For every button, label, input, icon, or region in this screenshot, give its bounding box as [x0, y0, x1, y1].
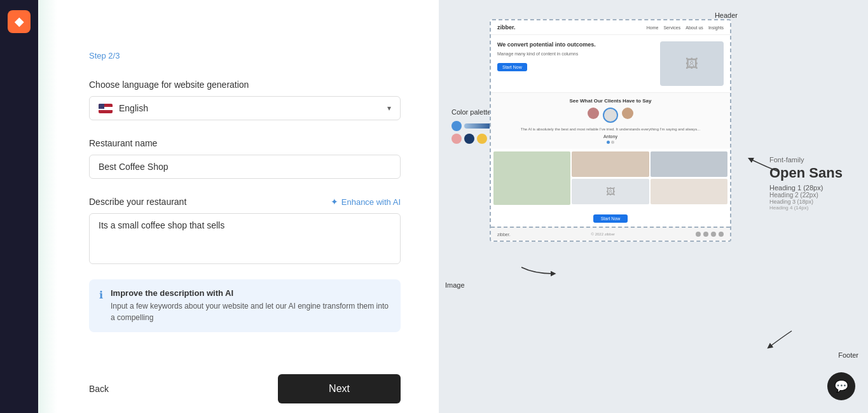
swatch-yellow: [477, 134, 487, 144]
language-select[interactable]: English ▾: [89, 96, 401, 120]
right-panel: Header Footer Image Font-family Open San…: [439, 0, 868, 413]
mockup-logo: zibber.: [497, 24, 516, 31]
mockup-header: zibber. Home Services About us Insights: [491, 20, 730, 35]
font-family-name: Open Sans: [769, 165, 858, 181]
dot-2: [611, 141, 614, 144]
bottom-nav: Back Next: [38, 384, 439, 413]
gallery-placeholder-icon: 🖼: [606, 186, 615, 197]
nav-insights: Insights: [708, 25, 724, 30]
ai-info-box: ℹ Improve the description with AI Input …: [89, 279, 401, 332]
info-icon: ℹ: [99, 289, 103, 301]
mockup-hero-sub: Manage many kind of content in columns: [497, 52, 655, 56]
next-button[interactable]: Next: [278, 374, 401, 403]
mockup-nav: Home Services About us Insights: [647, 25, 724, 30]
left-content: Step 2/3 Choose language for website gen…: [38, 0, 439, 384]
restaurant-name-input[interactable]: [89, 155, 401, 179]
language-value: English: [119, 103, 148, 113]
ai-info-title: Improve the description with AI: [111, 288, 390, 298]
gallery-3: [651, 151, 727, 177]
testimonial-text: The AI is absolutely the best and most r…: [497, 127, 724, 132]
heading4-label: Heading 4 (14px): [769, 205, 858, 211]
avatar-1: [588, 108, 599, 119]
testimonial-avatars: [497, 108, 724, 123]
restaurant-name-label: Restaurant name: [89, 138, 401, 148]
desc-label: Describe your restaurant: [89, 197, 186, 207]
ai-info-content: Improve the description with AI Input a …: [111, 288, 390, 323]
mockup-cta: Start Now: [491, 207, 730, 227]
description-textarea[interactable]: Its a small coffee shop that sells: [89, 213, 401, 264]
chevron-down-icon: ▾: [387, 104, 391, 113]
footer-social: [696, 232, 724, 237]
desc-header: Describe your restaurant ✦ Enhance with …: [89, 197, 401, 207]
mockup-testimonial: See What Our Clients Have to Say The AI …: [491, 92, 730, 149]
chat-icon: 💬: [834, 379, 848, 393]
gallery-1: [493, 151, 570, 205]
nav-home: Home: [647, 25, 659, 30]
mockup-cta-btn: Start Now: [593, 214, 628, 223]
mockup-hero-text: We convert potential into outcomes. Mana…: [497, 41, 655, 86]
logo-icon: ◆: [15, 15, 24, 29]
enhance-ai-button[interactable]: ✦ Enhance with AI: [331, 197, 401, 207]
mockup-hero-image: 🖼: [660, 41, 724, 86]
gallery-2: [572, 151, 649, 177]
left-panel: Step 2/3 Choose language for website gen…: [38, 0, 439, 413]
social-icon-4: [719, 232, 724, 237]
social-icon-1: [696, 232, 701, 237]
mockup-footer: zibber. © 2022 zibber: [491, 227, 730, 241]
flag-icon: [99, 104, 113, 113]
swatch-dark-blue: [464, 134, 474, 144]
chat-button[interactable]: 💬: [827, 372, 855, 400]
nav-services: Services: [663, 25, 680, 30]
image-annotation: Image: [445, 281, 465, 289]
swatch-blue: [451, 121, 462, 131]
nav-about: About us: [685, 25, 703, 30]
language-select-wrapper: English ▾: [89, 96, 401, 120]
step-label: Step 2/3: [89, 51, 401, 60]
image-placeholder-icon: 🖼: [685, 57, 698, 71]
gallery-4: 🖼: [572, 179, 649, 204]
heading1-label: Heading 1 (28px): [769, 184, 858, 192]
testimonial-dots: [497, 141, 724, 144]
footer-logo: zibber.: [497, 232, 511, 237]
social-icon-2: [703, 232, 708, 237]
enhance-ai-label: Enhance with AI: [341, 197, 401, 207]
font-family-box: Font-family Open Sans Heading 1 (28px) H…: [769, 156, 858, 211]
header-annotation: Header: [715, 11, 738, 19]
avatar-3: [622, 108, 633, 119]
dot-1: [607, 141, 610, 144]
social-icon-3: [711, 232, 716, 237]
mockup-hero-title: We convert potential into outcomes.: [497, 41, 655, 49]
mockup-hero: We convert potential into outcomes. Mana…: [491, 35, 730, 92]
heading2-label: Heading 2 (22px): [769, 192, 858, 199]
mockup-hero-cta: Start Now: [497, 63, 527, 71]
testimonial-title: See What Our Clients Have to Say: [497, 98, 724, 104]
mockup-gallery: 🖼: [491, 149, 730, 207]
ai-info-text: Input a few keywords about your website …: [111, 300, 390, 323]
footer-copy: © 2022 zibber: [591, 232, 615, 236]
heading3-label: Heading 3 (18px): [769, 199, 858, 205]
font-family-label: Font-family: [769, 156, 858, 164]
footer-annotation: Footer: [838, 351, 858, 359]
back-link[interactable]: Back: [89, 384, 109, 394]
testimonial-author: Antony: [497, 134, 724, 139]
gallery-5: [651, 179, 727, 204]
language-section-label: Choose language for website generation: [89, 80, 401, 90]
swatch-red: [451, 134, 462, 144]
website-mockup: zibber. Home Services About us Insights …: [490, 19, 731, 242]
sparkle-icon: ✦: [331, 197, 338, 207]
avatar-2-active: [603, 108, 618, 123]
sidebar: ◆: [0, 0, 38, 413]
sidebar-logo[interactable]: ◆: [8, 10, 31, 33]
